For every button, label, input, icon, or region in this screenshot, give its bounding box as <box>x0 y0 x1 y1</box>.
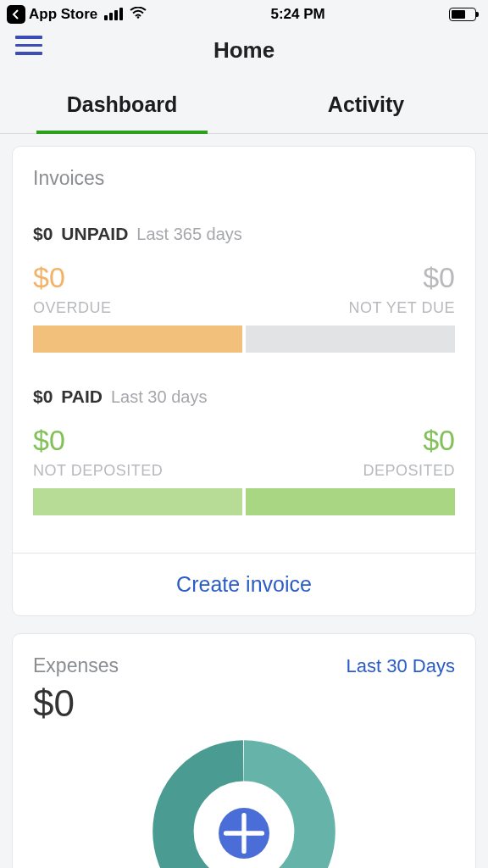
unpaid-bars <box>33 326 455 353</box>
expenses-period-button[interactable]: Last 30 Days <box>347 655 455 677</box>
notdeposited-value: $0 <box>33 424 65 457</box>
overdue-bar[interactable] <box>33 326 242 353</box>
page-title: Home <box>214 37 274 64</box>
expenses-amount: $0 <box>13 682 475 725</box>
expenses-title: Expenses <box>33 654 119 677</box>
expenses-card: Expenses Last 30 Days $0 <box>12 633 476 868</box>
back-label[interactable]: App Store <box>29 6 97 23</box>
tab-dashboard[interactable]: Dashboard <box>0 76 244 133</box>
status-time: 5:24 PM <box>270 6 324 23</box>
content: Invoices $0 UNPAID Last 365 days $0 $0 O… <box>0 134 488 868</box>
overdue-value: $0 <box>33 261 65 294</box>
status-bar: App Store 5:24 PM <box>0 0 488 24</box>
battery-icon <box>449 8 476 21</box>
cellular-icon <box>104 8 123 20</box>
unpaid-period: Last 365 days <box>136 225 242 244</box>
unpaid-label: UNPAID <box>61 224 128 244</box>
unpaid-amount: $0 <box>33 224 53 244</box>
paid-label: PAID <box>61 387 103 407</box>
deposited-value: $0 <box>423 424 455 457</box>
add-expense-button[interactable] <box>219 808 269 859</box>
notdue-bar[interactable] <box>246 326 455 353</box>
paid-amount: $0 <box>33 387 53 407</box>
deposited-label: DEPOSITED <box>363 462 455 480</box>
invoices-title: Invoices <box>33 167 455 190</box>
back-icon[interactable] <box>7 5 25 24</box>
paid-header: $0 PAID Last 30 days <box>33 387 455 407</box>
notdue-label: NOT YET DUE <box>348 299 455 317</box>
paid-period: Last 30 days <box>111 387 207 407</box>
create-invoice-button[interactable]: Create invoice <box>13 553 475 615</box>
deposited-bar[interactable] <box>246 488 455 515</box>
tabs: Dashboard Activity <box>0 76 488 134</box>
status-left: App Store <box>7 5 147 24</box>
tab-activity[interactable]: Activity <box>244 76 488 133</box>
invoices-card: Invoices $0 UNPAID Last 365 days $0 $0 O… <box>12 146 476 616</box>
svg-point-0 <box>137 16 140 19</box>
notdeposited-label: NOT DEPOSITED <box>33 462 163 480</box>
menu-icon[interactable] <box>15 36 42 55</box>
paid-bars <box>33 488 455 515</box>
expenses-chart <box>13 738 475 868</box>
unpaid-header: $0 UNPAID Last 365 days <box>33 224 455 244</box>
wifi-icon <box>130 6 147 23</box>
notdeposited-bar[interactable] <box>33 488 242 515</box>
notdue-value: $0 <box>423 261 455 294</box>
overdue-label: OVERDUE <box>33 299 112 317</box>
nav-bar: Home <box>0 24 488 76</box>
